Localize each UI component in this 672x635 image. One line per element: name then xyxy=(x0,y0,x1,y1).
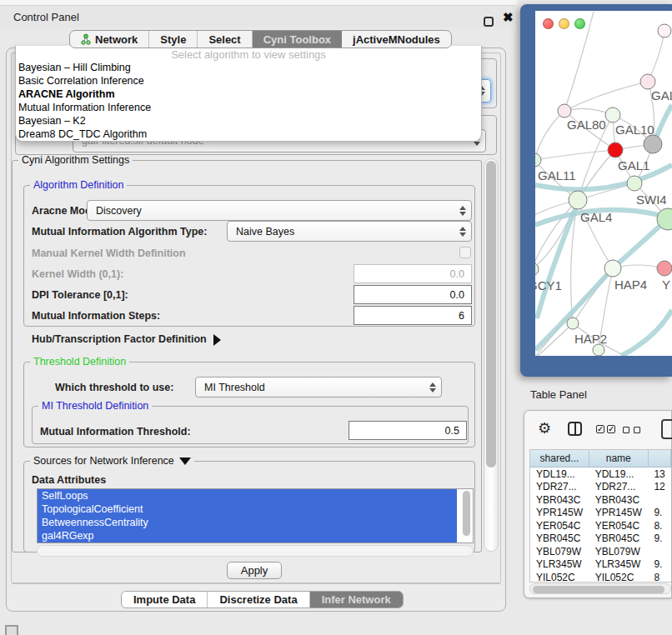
attribute-list-item[interactable]: BetweennessCentrality xyxy=(38,516,457,529)
aracne-mode-value: Discovery xyxy=(96,205,142,217)
expand-arrow-icon xyxy=(213,334,221,346)
which-threshold-select[interactable]: MI Threshold xyxy=(195,377,442,398)
minimized-panel-icon[interactable] xyxy=(5,625,18,635)
table-cell: YDL19... xyxy=(530,468,589,481)
mi-steps-input[interactable]: 6 xyxy=(354,306,472,325)
column-header[interactable]: shared... xyxy=(530,450,589,467)
network-edge xyxy=(648,31,664,82)
dropdown-item[interactable]: Bayesian – K2 xyxy=(16,114,481,128)
table-horizontal-scrollbar[interactable] xyxy=(529,583,671,594)
network-node-gal10[interactable] xyxy=(605,108,620,122)
mi-algorithm-type-value: Naive Bayes xyxy=(236,226,294,238)
table-row[interactable]: YBR043CYBR043C xyxy=(530,493,671,507)
network-node-hap4[interactable] xyxy=(604,260,621,277)
tab-label: jActiveMNodules xyxy=(353,33,440,46)
attribute-list-item[interactable]: TopologicalCoefficient xyxy=(38,502,457,516)
network-node[interactable] xyxy=(593,344,604,356)
aracne-mode-select[interactable]: Discovery xyxy=(87,200,472,221)
unselect-all-icon2[interactable] xyxy=(634,427,640,433)
node-label: HAP2 xyxy=(574,332,607,346)
table-row[interactable]: YDL19...YDL19...13 xyxy=(530,468,671,481)
dropdown-item[interactable]: ARACNE Algorithm xyxy=(16,88,481,101)
new-table-icon[interactable] xyxy=(661,419,672,439)
network-icon xyxy=(81,33,91,45)
network-node-gal1[interactable] xyxy=(608,142,623,158)
network-node-gal4[interactable] xyxy=(569,191,587,209)
table-cell: 8 xyxy=(648,571,671,582)
table-cell: 9. xyxy=(648,507,671,520)
data-attributes-list[interactable]: SelfLoopsTopologicalCoefficientBetweenne… xyxy=(37,488,474,543)
float-window-icon[interactable] xyxy=(484,17,494,27)
tab-style[interactable]: Style xyxy=(149,31,198,48)
node-label: GCY1 xyxy=(535,278,562,292)
apply-button[interactable]: Apply xyxy=(227,562,282,579)
select-all-icon[interactable]: ✓ xyxy=(596,425,604,433)
close-icon[interactable]: ✖ xyxy=(503,10,514,25)
column-header[interactable] xyxy=(649,450,671,467)
manual-kernel-width-checkbox[interactable] xyxy=(459,247,471,258)
gear-icon[interactable]: ⚙ xyxy=(538,419,551,438)
table-cell: YBR045C xyxy=(589,532,649,546)
hub-definition-toggle[interactable]: Hub/Transcription Factor Definition xyxy=(32,333,221,346)
tab-network[interactable]: Network xyxy=(70,31,149,48)
column-header[interactable]: name xyxy=(589,450,649,467)
table-row[interactable]: YDR27...YDR27...12 xyxy=(530,481,671,494)
kernel-width-label: Kernel Width (0,1): xyxy=(32,268,123,280)
tab-select[interactable]: Select xyxy=(198,31,252,48)
table-row[interactable]: YIL052CYIL052C8 xyxy=(530,571,671,582)
table-cell: YBL079W xyxy=(530,545,589,558)
scrollbar-thumb[interactable] xyxy=(533,586,664,593)
table-cell: 12 xyxy=(648,481,671,494)
algorithm-dropdown-popup: Select algorithm to view settings Bayesi… xyxy=(15,46,482,142)
table-row[interactable]: YER054CYER054C8. xyxy=(530,519,671,532)
network-node[interactable] xyxy=(644,135,662,153)
table-cell xyxy=(648,493,671,507)
which-threshold-value: MI Threshold xyxy=(204,382,265,393)
tab-discretize-data[interactable]: Discretize Data xyxy=(208,592,309,608)
network-node[interactable] xyxy=(658,24,671,38)
network-view-window[interactable]: GAL7GAL80GAL10GAL1SWI4GAL11GAL4GCY1HAP4Y… xyxy=(520,4,672,377)
sources-toggle[interactable]: Sources for Network Inference xyxy=(30,455,194,467)
tab-jactivemnodules[interactable]: jActiveMNodules xyxy=(342,31,451,48)
network-canvas[interactable]: GAL7GAL80GAL10GAL1SWI4GAL11GAL4GCY1HAP4Y… xyxy=(535,11,672,356)
attribute-list-item[interactable]: SelfLoops xyxy=(38,489,457,502)
network-node-gal11[interactable] xyxy=(535,153,541,167)
network-edge xyxy=(564,82,648,111)
group-title: Algorithm Definition xyxy=(30,179,127,191)
network-node-y[interactable] xyxy=(657,261,672,276)
mi-algorithm-type-select[interactable]: Naive Bayes xyxy=(227,221,472,242)
network-edge xyxy=(535,150,615,160)
node-label: GAL10 xyxy=(615,122,654,137)
unselect-all-icon[interactable] xyxy=(623,427,629,433)
tab-infer-network[interactable]: Infer Network xyxy=(310,592,403,608)
table-row[interactable]: YLR345WYLR345W9. xyxy=(530,558,671,572)
dropdown-item[interactable]: Mutual Information Inference xyxy=(16,101,481,114)
horizontal-scrollbar[interactable] xyxy=(37,545,474,557)
table-row[interactable]: YPR145WYPR145W9. xyxy=(530,507,671,520)
network-node-hap2[interactable] xyxy=(567,318,579,329)
table-cell: YLR345W xyxy=(530,558,589,572)
attribute-list-item[interactable]: gal4RGexp xyxy=(38,529,457,542)
table-row[interactable]: YBR045CYBR045C9. xyxy=(530,532,671,546)
columns-icon[interactable] xyxy=(568,422,582,436)
list-scrollbar[interactable] xyxy=(462,491,471,538)
tab-impute-data[interactable]: Impute Data xyxy=(122,592,208,608)
dropdown-item[interactable]: Bayesian – Hill Climbing xyxy=(16,61,481,74)
dropdown-item[interactable]: Dream8 DC_TDC Algorithm xyxy=(16,128,481,141)
tab-cyni-toolbox[interactable]: Cyni Toolbox xyxy=(253,31,342,48)
kernel-width-input[interactable]: 0.0 xyxy=(354,264,472,283)
network-node-gal80[interactable] xyxy=(558,104,571,118)
table-cell: YER054C xyxy=(589,519,649,532)
network-node-swi4[interactable] xyxy=(627,176,642,191)
settings-scrollbar-thumb[interactable] xyxy=(486,161,496,468)
tab-label: Cyni Toolbox xyxy=(263,33,331,46)
network-graph[interactable]: GAL7GAL80GAL10GAL1SWI4GAL11GAL4GCY1HAP4Y… xyxy=(535,11,672,356)
select-all-icon2[interactable]: ✓ xyxy=(607,425,615,433)
tab-label: Style xyxy=(160,33,186,46)
dropdown-item[interactable]: Basic Correlation Inference xyxy=(16,74,481,88)
dpi-tolerance-input[interactable]: 0.0 xyxy=(354,285,472,304)
mi-threshold-input[interactable]: 0.5 xyxy=(349,421,467,440)
network-node-gal7[interactable] xyxy=(640,74,655,89)
table-row[interactable]: YBL079WYBL079W xyxy=(530,545,671,558)
table-cell: 9. xyxy=(648,558,671,572)
